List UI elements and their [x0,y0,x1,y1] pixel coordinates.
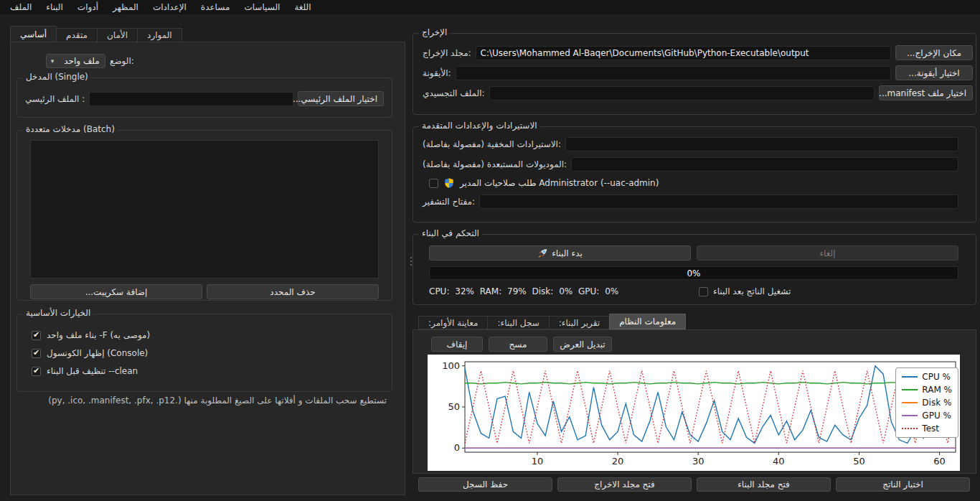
cancel-build-button[interactable]: إلغاء [697,245,958,261]
system-info-pane: إيقاف مسح تبديل العرض 050100102030405060… [413,329,976,474]
clear-monitor-button[interactable]: مسح [489,337,547,352]
tab-advanced[interactable]: متقدم [56,28,98,42]
batch-scripts-list[interactable] [30,140,379,278]
output-group: الإخراج مجلد الإخراج: مكان الإخراج... ال… [413,33,976,115]
console-option-row: إظهار الكونسول (Console) [32,348,377,358]
excluded-modules-input[interactable] [571,157,958,172]
chart-legend: CPU % RAM % Disk % GPU % Test [895,367,958,438]
menu-appearance[interactable]: المظهر [105,1,146,14]
clean-checkbox-label: تنظيف قبل البناء --clean [47,366,138,376]
open-build-folder-button[interactable]: فتح مجلد البناء [697,477,831,492]
uac-admin-row: طلب صلاحيات المدير Administrator (--uac-… [423,177,958,189]
choose-main-file-button[interactable]: اختيار الملف الرئيسي... [298,91,384,106]
console-checkbox[interactable] [32,349,41,358]
main-file-label: الملف الرئيسي : [25,94,85,104]
tab-security[interactable]: الأمان [97,28,138,42]
legend-label: Disk % [922,398,951,408]
add-script-button[interactable]: إضافة سكريبت... [30,284,202,299]
basic-options-group-title: الخيارات الأساسية [23,308,93,318]
build-progress-bar: 0% [429,266,958,280]
single-input-group-title: المدخل (Single) [23,72,91,82]
system-usage-chart: 050100102030405060 CPU % RAM % Disk % GP… [428,355,960,471]
choose-manifest-button[interactable]: اختيار ملف manifest... [879,85,973,100]
clean-checkbox[interactable] [32,367,41,376]
tab-system-info[interactable]: معلومات النظام [609,314,686,329]
tab-build-report[interactable]: تقرير البناء: [549,316,610,329]
svg-text:30: 30 [692,456,705,467]
menu-policies[interactable]: السياسات [237,1,287,14]
output-folder-input[interactable] [476,46,891,60]
bottom-action-buttons: حفظ السجل فتح مجلد الاخراج فتح مجلد البن… [418,477,970,492]
single-input-group: المدخل (Single) الملف الرئيسي : اختيار ا… [17,78,392,118]
excluded-modules-label: الموديولات المستبعدة (مفصولة بفاصلة): [423,159,567,169]
encryption-key-input[interactable] [479,195,958,209]
tab-build-log[interactable]: سجل البناء: [487,316,549,329]
run-after-build-checkbox[interactable] [699,287,708,296]
mode-select[interactable]: ▾ ملف واحد [46,54,105,68]
run-after-build-row: تشغيل الناتج بعد البناء [699,286,791,296]
console-checkbox-label: إظهار الكونسول (Console) [47,348,148,358]
svg-text:20: 20 [612,456,624,467]
menu-tools[interactable]: أدوات [70,1,105,14]
open-output-folder-button[interactable]: فتح مجلد الاخراج [557,477,692,492]
legend-label: CPU % [922,372,951,382]
tab-command-preview[interactable]: معاينة الأوامر: [418,316,488,329]
save-log-button[interactable]: حفظ السجل [418,477,552,492]
icon-input[interactable] [456,66,891,80]
svg-text:50: 50 [853,456,865,467]
svg-text:50: 50 [448,401,460,412]
test-output-button[interactable]: اختبار الناتج [836,477,970,492]
bottom-tab-bar: معاينة الأوامر: سجل البناء: تقرير البناء… [418,314,685,329]
legend-line-sample [902,389,918,390]
start-build-button[interactable]: بدء البناء [429,245,691,261]
menu-build[interactable]: البناء [39,1,70,14]
build-control-group-title: التحكم في البناء [419,228,482,238]
svg-text:100: 100 [442,360,460,371]
start-build-label: بدء البناء [552,248,583,258]
menu-language[interactable]: اللغة [287,1,318,14]
output-group-title: الإخراج [419,27,450,37]
main-file-input[interactable] [89,92,293,106]
output-location-button[interactable]: مكان الإخراج... [895,45,973,60]
advanced-settings-group-title: الاستيرادات والإعدادات المتقدمة [419,121,540,131]
remove-selected-button[interactable]: حذف المحدد [207,284,379,299]
legend-item-ram: RAM % [902,385,952,395]
stop-monitor-button[interactable]: إيقاف [431,337,483,352]
basic-options-group: الخيارات الأساسية بناء ملف واحد -F (موصى… [17,314,392,392]
menu-help[interactable]: مساعدة [194,1,237,14]
onefile-checkbox[interactable] [32,331,41,340]
app-window: الملف البناء أدوات المظهر الإعدادات مساع… [0,0,980,501]
tab-resources[interactable]: الموارد [137,28,182,42]
legend-line-sample [902,376,918,378]
menu-settings[interactable]: الإعدادات [146,1,194,14]
legend-item-gpu: GPU % [902,411,952,421]
onefile-checkbox-label: بناء ملف واحد -F (موصى به) [47,330,150,340]
mode-label: الوضع: [110,56,134,66]
system-chart-svg: 050100102030405060 [428,355,960,471]
run-after-build-label: تشغيل الناتج بعد البناء [713,286,791,296]
resource-usage-stats: CPU: 32% RAM: 79% Disk: 0% GPU: 0% [429,286,618,296]
icon-label: الأيقونة: [423,68,451,78]
uac-admin-label: طلب صلاحيات المدير Administrator (--uac-… [460,178,659,188]
uac-admin-checkbox[interactable] [429,179,438,188]
legend-line-sample [902,415,918,416]
hidden-imports-label: الاستيرادات المخفية (مفصولة بفاصلة): [423,139,561,149]
hidden-imports-input[interactable] [565,137,958,151]
batch-group-title: مدخلات متعددة (Batch) [23,124,118,134]
tab-basic[interactable]: أساسي [10,26,57,42]
svg-text:0: 0 [454,442,460,453]
manifest-input[interactable] [489,86,875,100]
legend-label: Test [922,423,939,434]
legend-item-cpu: CPU % [902,372,952,382]
advanced-settings-group: الاستيرادات والإعدادات المتقدمة الاستيرا… [413,126,976,223]
legend-line-sample [902,402,918,403]
legend-label: RAM % [922,385,952,395]
manifest-label: الملف التجسيدي: [423,88,485,98]
left-tab-bar: أساسي متقدم الأمان الموارد [10,26,182,42]
menu-bar: الملف البناء أدوات المظهر الإعدادات مساع… [0,0,980,14]
menu-file[interactable]: الملف [3,1,39,14]
batch-input-group: مدخلات متعددة (Batch) إضافة سكريبت... حذ… [17,130,392,301]
toggle-view-button[interactable]: تبديل العرض [553,337,612,352]
choose-icon-button[interactable]: اختيار أيقونة... [895,65,973,80]
legend-item-test: Test [902,423,952,434]
